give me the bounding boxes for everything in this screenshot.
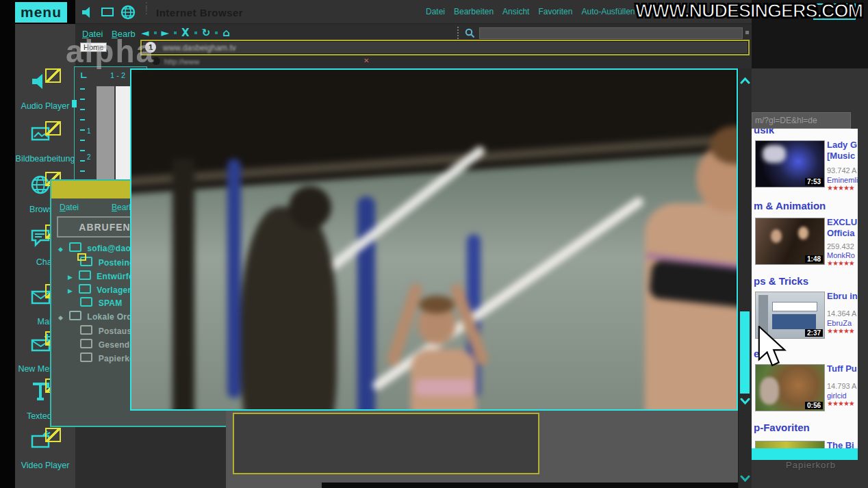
sidebar-item-label: Video Player bbox=[15, 461, 75, 470]
scrollbar-thumb[interactable] bbox=[740, 311, 750, 394]
folder-row-spam[interactable]: SPAM bbox=[80, 297, 123, 308]
folder-icon bbox=[79, 284, 91, 294]
collapse-icon[interactable]: ◆ bbox=[58, 314, 66, 321]
desktop-trash-label: Papierkorb bbox=[786, 460, 836, 470]
duration-badge: 0:56 bbox=[805, 402, 823, 409]
sidebar-item-video-player[interactable]: Video Player bbox=[15, 428, 75, 470]
video-rating-stars: ★★★★★ bbox=[827, 259, 854, 267]
video-title[interactable]: The Bi bbox=[827, 440, 854, 448]
video-title[interactable]: EXCLU bbox=[827, 217, 857, 227]
photo-shape bbox=[227, 159, 241, 398]
expand-icon[interactable]: ▶ bbox=[68, 274, 76, 281]
image-editor-icon bbox=[29, 121, 61, 150]
preview-column-gray bbox=[97, 86, 114, 179]
section-header-tricks[interactable]: ps & Tricks bbox=[754, 275, 808, 287]
pane-handle[interactable] bbox=[72, 100, 77, 107]
portal-url-bar[interactable]: m/?gl=DE&hl=de bbox=[752, 112, 851, 129]
folder-icon bbox=[80, 339, 92, 348]
yellow-chip-icon bbox=[45, 121, 61, 136]
sidebar-item-audio-player[interactable]: Audio Player bbox=[15, 68, 75, 111]
menu-ansicht[interactable]: Ansicht bbox=[502, 7, 529, 16]
expand-icon[interactable]: ▶ bbox=[68, 287, 76, 294]
separator-dots: ⋮⋮ bbox=[142, 3, 151, 13]
empty-content-box[interactable] bbox=[233, 413, 539, 474]
thumbnail-highlight bbox=[763, 145, 786, 163]
video-user[interactable]: EbruZa bbox=[827, 319, 852, 327]
sidebar-item-bildbearbeitung[interactable]: Bildbearbeitung bbox=[15, 121, 75, 164]
portal-page: usik 7:53 Lady G [Music 93.742 A Emineml… bbox=[752, 129, 858, 448]
video-user[interactable]: girlcid bbox=[827, 391, 847, 400]
video-title-line2[interactable]: [Music bbox=[827, 151, 855, 161]
video-user[interactable]: Eminemli bbox=[827, 176, 858, 184]
refresh-icon[interactable]: ↻ bbox=[202, 27, 211, 39]
folder-icon bbox=[80, 297, 92, 307]
content-window bbox=[226, 411, 738, 488]
video-rating-stars: ★★★★★ bbox=[827, 327, 854, 335]
video-views: 259.432 bbox=[827, 242, 854, 251]
menu-datei[interactable]: Datei bbox=[426, 7, 445, 16]
corner-icon: ∟ bbox=[80, 70, 88, 81]
menu-bearbeiten[interactable]: Bearbeiten bbox=[454, 7, 494, 16]
folder-row-entwuerfe[interactable]: ▶ Entwürfe bbox=[68, 270, 133, 281]
photo-shape bbox=[419, 296, 455, 313]
collapse-icon[interactable]: ◆ bbox=[58, 246, 66, 253]
scroll-up-icon[interactable] bbox=[740, 77, 750, 84]
section-header-musik[interactable]: usik bbox=[754, 129, 774, 136]
menu-favoriten[interactable]: Favoriten bbox=[538, 7, 572, 16]
close-suggestion-icon[interactable]: ✕ bbox=[363, 57, 369, 64]
video-thumbnail-1[interactable]: 7:53 bbox=[755, 140, 825, 188]
sidebar-item-label: Bildbearbeitung bbox=[15, 154, 75, 164]
desktop: menu Audio Player Bildbearbeitung Browse… bbox=[0, 0, 868, 488]
folder-label: Entwürfe bbox=[97, 272, 133, 281]
folder-icon bbox=[69, 242, 81, 252]
search-input[interactable] bbox=[479, 27, 743, 39]
globe-toolbar-icon[interactable] bbox=[120, 5, 136, 23]
folder-label: SPAM bbox=[99, 298, 123, 308]
video-thumbnail-4[interactable]: 0:56 bbox=[755, 364, 825, 411]
video-title[interactable]: Tuff Pu bbox=[827, 363, 857, 374]
audio-icon[interactable] bbox=[81, 5, 97, 23]
ruler-mark-1: 1 bbox=[87, 127, 91, 135]
mail-account-row[interactable]: ◆ sofia@daor bbox=[58, 242, 134, 253]
sidebar-item-label: Audio Player bbox=[15, 101, 75, 111]
folder-row-vorlagen[interactable]: ▶ Vorlagen bbox=[68, 284, 133, 295]
video-user[interactable]: MonkRo bbox=[827, 251, 855, 259]
pane-header: 1 - 2 bbox=[110, 71, 125, 79]
menu-button[interactable]: menu bbox=[15, 2, 67, 23]
section-header-favoriten[interactable]: p-Favoriten bbox=[754, 422, 810, 433]
video-thumbnail-5[interactable] bbox=[755, 441, 825, 448]
forward-icon[interactable]: ► bbox=[162, 27, 170, 39]
video-title[interactable]: Ebru in bbox=[827, 291, 858, 301]
inbox-folder-icon bbox=[80, 257, 92, 266]
video-title[interactable]: Lady G bbox=[827, 140, 857, 150]
folder-label: Vorlagen bbox=[97, 285, 133, 295]
home-icon[interactable]: ⌂ bbox=[222, 27, 230, 39]
left-black-strip bbox=[0, 0, 15, 488]
search-dropdown-marker[interactable] bbox=[745, 31, 749, 34]
stop-icon[interactable]: X bbox=[181, 27, 190, 39]
duration-badge: 7:53 bbox=[805, 178, 823, 185]
video-thumbnail-2[interactable]: 1:48 bbox=[755, 218, 825, 265]
menubar: Datei Bearbeiten Ansicht Favoriten Auto-… bbox=[426, 7, 667, 16]
window-icon[interactable] bbox=[101, 8, 114, 16]
scrollbar[interactable] bbox=[738, 68, 752, 488]
section-header-animation[interactable]: m & Animation bbox=[754, 200, 826, 211]
video-player-window[interactable] bbox=[130, 68, 738, 411]
folder-icon bbox=[80, 352, 92, 362]
menu-autoausfuellen[interactable]: Auto-Ausfüllen bbox=[581, 7, 635, 16]
photo-shape bbox=[289, 186, 331, 229]
thumbnail-face bbox=[771, 229, 782, 243]
thumbnail-ui-field bbox=[772, 302, 817, 311]
folder-icon bbox=[79, 270, 91, 280]
video-photo bbox=[130, 68, 738, 411]
scroll-down-icon[interactable] bbox=[740, 398, 750, 405]
video-player-icon bbox=[29, 428, 61, 457]
video-views: 14.793 A bbox=[827, 382, 856, 390]
scroll-down-icon-secondary[interactable] bbox=[740, 475, 750, 483]
mail-menu-datei[interactable]: Datei bbox=[60, 203, 79, 212]
duration-badge: 2:37 bbox=[805, 329, 823, 337]
video-title-line2[interactable]: Officia bbox=[827, 228, 854, 238]
secondary-address[interactable]: http://www bbox=[164, 57, 199, 66]
address-url[interactable]: www.dasbeigham.tv bbox=[163, 43, 236, 53]
photo-shape bbox=[241, 207, 337, 411]
